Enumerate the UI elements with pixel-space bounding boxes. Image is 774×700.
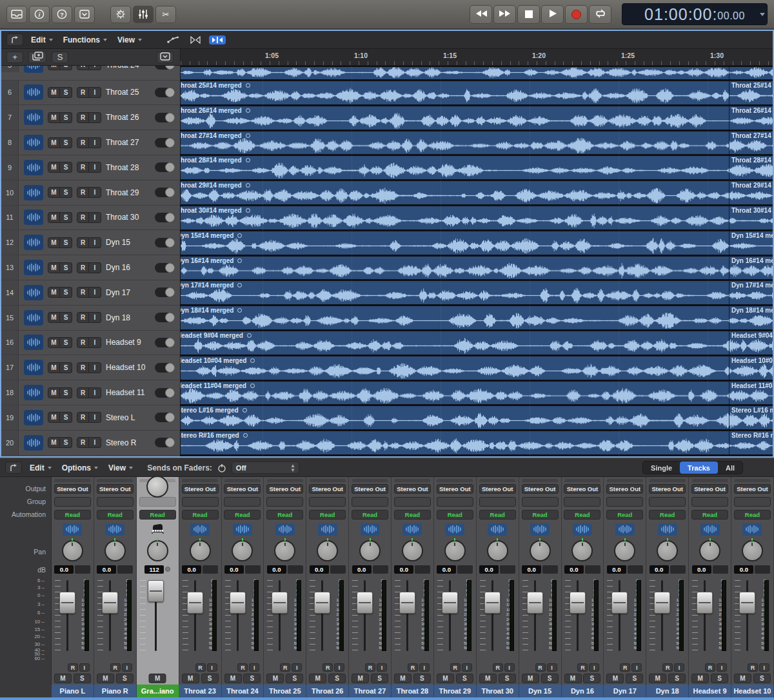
track-on-toggle[interactable]	[155, 313, 175, 322]
output-button[interactable]: Stereo Out	[266, 484, 303, 494]
automation-mode-button[interactable]: Read	[309, 510, 346, 520]
strip-name[interactable]: Dyn 17	[604, 685, 646, 697]
track-on-toggle[interactable]	[155, 238, 175, 248]
pan-knob[interactable]	[614, 540, 635, 561]
editors-button[interactable]: ✂	[155, 6, 176, 23]
volume-fader[interactable]	[739, 592, 755, 614]
pan-knob[interactable]	[487, 540, 508, 561]
volume-value[interactable]: 112	[144, 565, 164, 574]
mute-button[interactable]: M	[48, 387, 60, 398]
audio-region[interactable]: Throat 30#14 merged Throat 30#14 m	[181, 206, 773, 229]
track-on-toggle[interactable]	[155, 188, 175, 197]
group-slot[interactable]	[437, 497, 473, 507]
output-button[interactable]: Stereo Out	[352, 484, 388, 494]
strip-name[interactable]: Headset 10	[731, 685, 774, 697]
channel-strip[interactable]: Stereo Out Read 0.0 03691215182124303540…	[604, 477, 646, 685]
record-enable-button[interactable]: R	[77, 287, 89, 298]
mute-button[interactable]: M	[48, 287, 60, 298]
input-monitor-button[interactable]: I	[249, 663, 259, 672]
mute-button[interactable]: M	[734, 674, 751, 683]
smart-controls-button[interactable]	[110, 6, 131, 23]
menu-view[interactable]: View	[115, 34, 144, 46]
record-enable-button[interactable]: R	[535, 663, 546, 672]
audio-region[interactable]: Headset 11#04 merged Headset 11#04	[181, 382, 773, 405]
track-on-toggle[interactable]	[155, 138, 175, 148]
pan-knob[interactable]	[232, 540, 253, 561]
automation-mode-button[interactable]: Read	[564, 510, 600, 520]
solo-button[interactable]: S	[541, 674, 559, 683]
output-button[interactable]: Stereo Out	[522, 484, 559, 494]
strip-name[interactable]: Throat 23	[179, 685, 222, 697]
strip-name[interactable]: Throat 28	[392, 685, 434, 697]
pan-knob[interactable]	[274, 540, 295, 561]
mute-button[interactable]: M	[48, 437, 60, 448]
automation-mode-button[interactable]: Read	[522, 510, 559, 520]
record-enable-button[interactable]: R	[237, 663, 248, 672]
volume-value[interactable]: 0.0	[734, 565, 753, 574]
automation-mode-button[interactable]: Read	[437, 510, 473, 520]
output-button[interactable]: Stereo Out	[479, 484, 516, 494]
channel-strip[interactable]: Stereo Out Read 0.0 03691215182124303540…	[94, 477, 137, 685]
audio-region[interactable]: Throat 25#14 merged Throat 25#14 m	[181, 81, 773, 104]
audio-region[interactable]: Dyn 15#14 merged Dyn 15#14 mer	[181, 231, 773, 255]
output-button[interactable]: Stereo Out	[224, 484, 261, 494]
volume-fader[interactable]	[527, 592, 543, 614]
group-slot[interactable]	[734, 497, 771, 507]
channel-strip[interactable]: Stereo Out Read 0.0 03691215182124303540…	[689, 477, 731, 685]
group-slot[interactable]	[352, 497, 388, 507]
input-monitor-button[interactable]: I	[89, 412, 101, 423]
automation-mode-button[interactable]: Read	[54, 510, 91, 520]
pan-knob[interactable]	[699, 540, 720, 561]
mute-button[interactable]: M	[48, 112, 60, 123]
help-button[interactable]: ?	[52, 6, 72, 23]
automation-mode-button[interactable]: Read	[224, 510, 261, 520]
automation-mode-button[interactable]: Read	[139, 510, 176, 520]
group-slot[interactable]	[649, 497, 686, 507]
mute-button[interactable]: M	[606, 674, 624, 683]
media-browser-button[interactable]	[6, 6, 27, 23]
pan-knob[interactable]	[147, 540, 168, 561]
strip-name[interactable]: Throat 24	[222, 685, 264, 697]
volume-fader[interactable]	[654, 592, 670, 614]
pan-knob[interactable]	[317, 540, 338, 561]
solo-button[interactable]: S	[711, 674, 728, 683]
input-monitor-button[interactable]: I	[79, 663, 90, 672]
automation-mode-button[interactable]: Read	[691, 510, 728, 520]
audio-region[interactable]: Stereo L#16 merged Stereo L#16 me	[181, 406, 773, 429]
solo-button[interactable]: S	[286, 674, 303, 683]
record-enable-button[interactable]: R	[77, 262, 89, 273]
record-enable-button[interactable]: R	[77, 212, 89, 223]
pan-knob[interactable]	[657, 540, 678, 561]
mute-button[interactable]: M	[48, 137, 60, 148]
audio-region[interactable]: Throat 29#14 merged Throat 29#14 m	[181, 181, 773, 204]
mute-button[interactable]: M	[48, 66, 60, 70]
rewind-button[interactable]	[470, 5, 492, 24]
track-on-toggle[interactable]	[155, 263, 175, 273]
add-track-button[interactable]: +	[6, 52, 23, 63]
mixer-view-single[interactable]: Single	[643, 462, 680, 474]
automation-mode-button[interactable]: Read	[394, 510, 431, 520]
record-enable-button[interactable]: R	[77, 237, 89, 248]
channel-strip[interactable]: Read 112 M	[137, 477, 179, 685]
strip-name[interactable]: Dyn 15	[519, 685, 562, 697]
mute-button[interactable]: M	[479, 674, 497, 683]
volume-fader[interactable]	[399, 592, 415, 614]
track-on-toggle[interactable]	[155, 338, 175, 347]
mute-button[interactable]: M	[522, 674, 539, 683]
record-enable-button[interactable]: R	[577, 663, 588, 672]
solo-button[interactable]: S	[60, 112, 72, 123]
track-header[interactable]: 8 MS RI Throat 27	[1, 130, 180, 155]
channel-strip[interactable]: Stereo Out Read 0.0 03691215182124303540…	[52, 477, 94, 685]
volume-value[interactable]: 0.0	[394, 565, 413, 574]
track-on-toggle[interactable]	[155, 438, 175, 447]
record-enable-button[interactable]: R	[77, 387, 89, 398]
audio-region[interactable]: Throat 26#14 merged Throat 26#14 m	[181, 106, 773, 130]
mute-button[interactable]: M	[691, 674, 709, 683]
output-button[interactable]: Stereo Out	[54, 484, 91, 494]
volume-value[interactable]: 0.0	[522, 565, 541, 574]
automation-icon[interactable]	[164, 35, 182, 44]
volume-value[interactable]: 0.0	[692, 565, 711, 574]
track-header[interactable]: 10 MS RI Throat 29	[1, 180, 180, 206]
volume-fader[interactable]	[59, 592, 75, 614]
mute-button[interactable]: M	[48, 87, 60, 98]
